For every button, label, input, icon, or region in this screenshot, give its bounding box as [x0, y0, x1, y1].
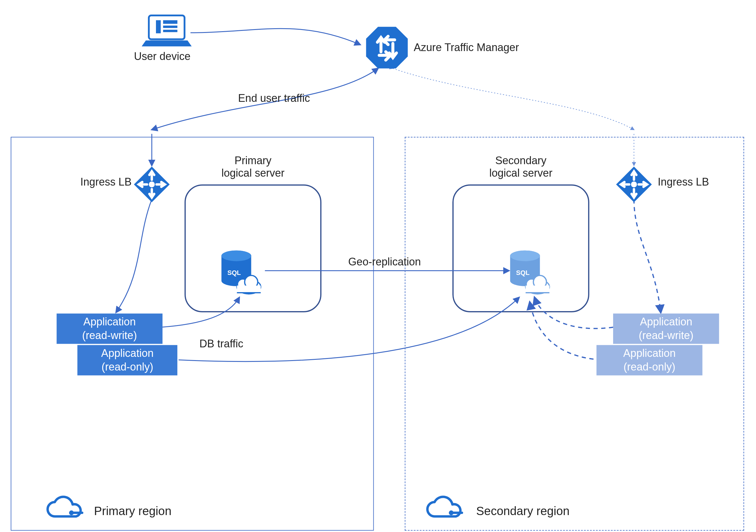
- secondary-app-rw-l2: (read-write): [639, 329, 693, 341]
- user-device-icon: [142, 15, 192, 46]
- geo-replication-label: Geo-replication: [348, 256, 421, 268]
- traffic-manager-icon: [366, 27, 408, 68]
- primary-app-rw-l1: Application: [83, 316, 135, 328]
- svg-rect-2: [163, 20, 177, 24]
- end-user-traffic-label: End user traffic: [238, 92, 310, 105]
- primary-server-title: Primary logical server: [217, 155, 288, 180]
- secondary-server-title-l2: logical server: [489, 167, 553, 179]
- secondary-ingress-label: Ingress LB: [658, 176, 709, 189]
- secondary-app-ro-l2: (read-only): [624, 361, 675, 372]
- user-device-label: User device: [134, 50, 190, 63]
- primary-app-rw-l2: (read-write): [82, 329, 137, 341]
- svg-rect-1: [156, 20, 161, 33]
- secondary-server-title-l1: Secondary: [495, 155, 546, 166]
- secondary-app-read-only: Application (read-only): [597, 345, 703, 375]
- primary-server-title-l2: logical server: [221, 167, 284, 179]
- svg-rect-4: [163, 30, 177, 32]
- svg-marker-5: [366, 27, 408, 68]
- traffic-manager-label: Azure Traffic Manager: [414, 41, 519, 54]
- svg-rect-0: [149, 15, 184, 39]
- primary-app-ro-l2: (read-only): [102, 361, 153, 372]
- primary-region-label: Primary region: [94, 504, 172, 518]
- diagram-canvas: SQL SQL: [0, 0, 756, 532]
- db-traffic-label: DB traffic: [199, 338, 243, 350]
- secondary-server-title: Secondary logical server: [485, 155, 556, 180]
- secondary-app-ro-l1: Application: [623, 347, 676, 359]
- secondary-app-read-write: Application (read-write): [613, 314, 719, 344]
- primary-app-read-write: Application (read-write): [56, 314, 162, 344]
- primary-server-title-l1: Primary: [235, 155, 272, 166]
- primary-server-box: [184, 184, 321, 312]
- secondary-app-rw-l1: Application: [640, 316, 692, 328]
- svg-rect-3: [163, 26, 177, 28]
- primary-ingress-label: Ingress LB: [80, 176, 132, 189]
- primary-app-read-only: Application (read-only): [77, 345, 177, 375]
- secondary-server-box: [452, 184, 589, 312]
- secondary-region-label: Secondary region: [476, 504, 569, 518]
- primary-app-ro-l1: Application: [101, 347, 153, 359]
